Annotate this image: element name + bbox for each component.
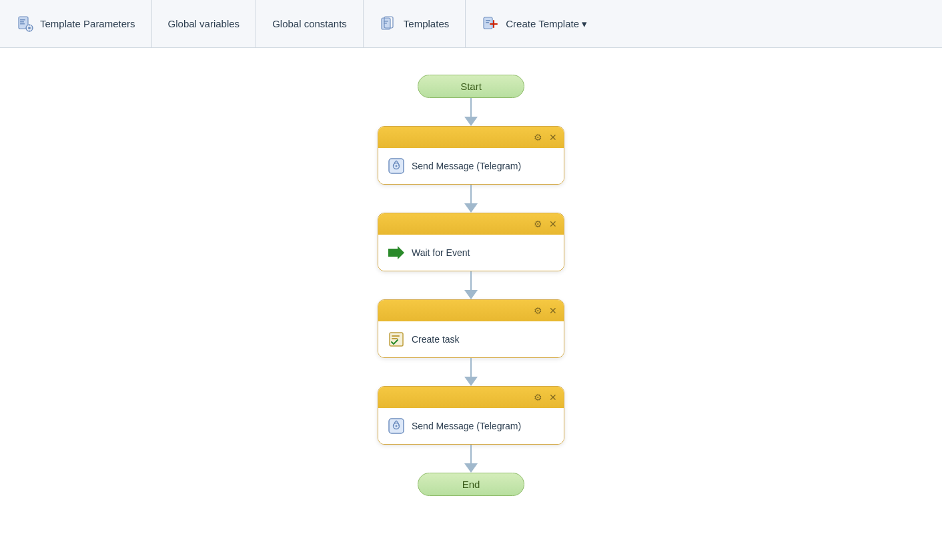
toolbar-item-template-parameters[interactable]: Template Parameters [11, 0, 152, 47]
svg-point-5 [28, 27, 31, 29]
svg-point-28 [396, 425, 398, 427]
toolbar-item-global-variables[interactable]: Global variables [152, 0, 257, 47]
node-telegram-2[interactable]: ⚙ ✕ Send Message (Telegram) [378, 386, 564, 445]
node-telegram-2-close[interactable]: ✕ [549, 392, 557, 403]
svg-rect-2 [20, 21, 24, 23]
node-telegram-1-header: ⚙ ✕ [378, 127, 564, 148]
toolbar-label-templates: Templates [404, 18, 449, 29]
telegram-icon-1 [388, 157, 405, 175]
start-node[interactable]: Start [418, 75, 524, 98]
node-telegram-2-gear[interactable]: ⚙ [534, 392, 542, 403]
node-telegram-2-body: Send Message (Telegram) [378, 408, 564, 444]
node-wait-event-body: Wait for Event [378, 235, 564, 271]
svg-rect-7 [29, 30, 30, 31]
flow-canvas: Start ⚙ ✕ [0, 48, 942, 560]
node-create-task[interactable]: ⚙ ✕ Create task [378, 299, 564, 358]
node-telegram-1-close[interactable]: ✕ [549, 132, 557, 143]
toolbar-item-create-template[interactable]: Create Template ▾ [466, 0, 603, 47]
template-params-icon [16, 15, 35, 33]
node-telegram-1-label: Send Message (Telegram) [412, 161, 521, 171]
connector-2 [464, 185, 478, 213]
connector-3 [464, 271, 478, 299]
toolbar-item-templates[interactable]: Templates [364, 0, 466, 47]
telegram-icon-2 [388, 417, 405, 435]
templates-icon [380, 15, 398, 33]
svg-rect-24 [392, 335, 400, 337]
connector-5 [464, 445, 478, 473]
node-telegram-1-body: Send Message (Telegram) [378, 148, 564, 184]
node-wait-event-header: ⚙ ✕ [378, 213, 564, 235]
flow-container: Start ⚙ ✕ [0, 48, 942, 560]
node-create-task-gear[interactable]: ⚙ [534, 305, 542, 316]
svg-rect-3 [20, 23, 25, 25]
node-telegram-1-gear[interactable]: ⚙ [534, 132, 542, 143]
toolbar-label-template-parameters: Template Parameters [40, 18, 135, 29]
node-wait-event-gear[interactable]: ⚙ [534, 219, 542, 229]
node-create-task-header: ⚙ ✕ [378, 300, 564, 321]
node-create-task-body: Create task [378, 321, 564, 357]
node-wait-event-label: Wait for Event [412, 247, 470, 258]
svg-rect-15 [486, 20, 490, 21]
toolbar-label-global-constants: Global constants [272, 18, 347, 29]
toolbar-label-global-variables: Global variables [168, 18, 240, 29]
node-wait-event-close[interactable]: ✕ [549, 219, 557, 229]
node-telegram-1[interactable]: ⚙ ✕ Send Message (Telegram) [378, 126, 564, 185]
svg-rect-9 [32, 27, 33, 29]
connector-4 [464, 358, 478, 386]
svg-rect-6 [29, 24, 30, 25]
svg-point-21 [396, 165, 398, 167]
svg-rect-8 [26, 27, 27, 29]
node-create-task-label: Create task [412, 334, 460, 345]
svg-rect-1 [20, 19, 25, 21]
toolbar: Template Parameters Global variables Glo… [0, 0, 942, 48]
end-node[interactable]: End [418, 473, 524, 496]
connector-1 [464, 98, 478, 126]
svg-rect-16 [486, 22, 489, 23]
toolbar-label-create-template: Create Template ▾ [506, 18, 587, 30]
node-create-task-close[interactable]: ✕ [549, 305, 557, 316]
task-icon [388, 331, 405, 348]
node-telegram-2-header: ⚙ ✕ [378, 387, 564, 408]
svg-rect-25 [392, 338, 398, 339]
node-telegram-2-label: Send Message (Telegram) [412, 421, 521, 431]
toolbar-item-global-constants[interactable]: Global constants [256, 0, 364, 47]
node-wait-event[interactable]: ⚙ ✕ Wait for Event [378, 213, 564, 271]
event-icon [388, 244, 405, 261]
svg-marker-22 [388, 246, 404, 259]
create-template-icon [482, 15, 500, 33]
